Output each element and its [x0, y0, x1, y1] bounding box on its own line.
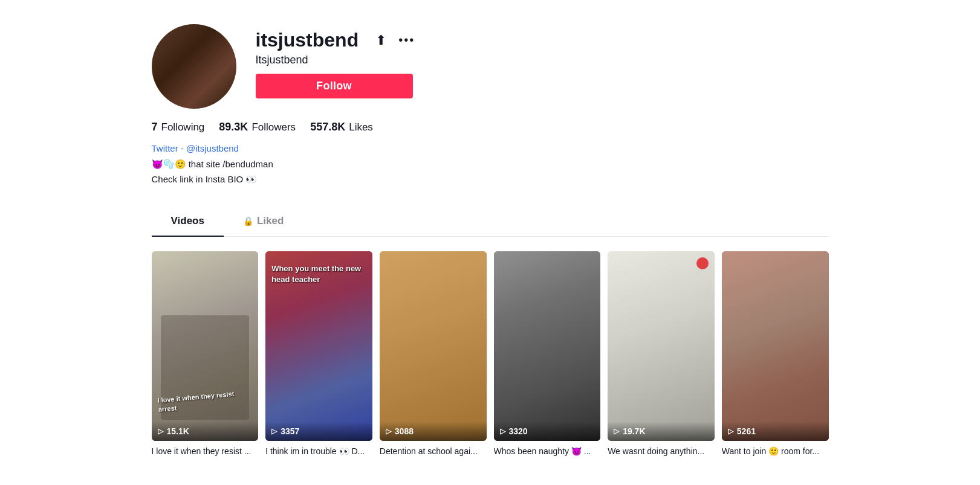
video-play-overlay-1: ▷ 15.1K — [152, 422, 259, 441]
play-icon-3: ▷ — [386, 427, 391, 435]
stats-row: 7 Following 89.3K Followers 557.8K Likes — [152, 121, 829, 133]
video-title-4: Whos been naughty 😈 ... — [494, 446, 601, 458]
video-card-4[interactable]: ▷ 3320 Whos been naughty 😈 ... — [494, 251, 601, 458]
video-play-overlay-4: ▷ 3320 — [494, 422, 601, 441]
share-icon: ⬆ — [375, 33, 386, 48]
play-icon-1: ▷ — [158, 427, 163, 435]
tab-liked-label: Liked — [257, 215, 284, 227]
video-play-count-3: 3088 — [395, 426, 414, 436]
video-card-3[interactable]: ▷ 3088 Detention at school agai... — [380, 251, 487, 458]
play-icon-4: ▷ — [500, 427, 505, 435]
video-title-5: We wasnt doing anythin... — [608, 446, 715, 458]
lock-icon: 🔒 — [243, 216, 253, 226]
profile-container: itsjustbend ⬆ ••• Itsjustbend Follow 7 F… — [128, 0, 853, 469]
followers-label: Followers — [251, 121, 296, 133]
bio-line-1: Twitter - @itsjustbend — [152, 141, 829, 156]
avatar — [152, 24, 236, 109]
profile-header: itsjustbend ⬆ ••• Itsjustbend Follow — [152, 24, 829, 109]
video-card-5[interactable]: ▷ 19.7K We wasnt doing anythin... — [608, 251, 715, 458]
tab-videos-label: Videos — [171, 215, 204, 227]
play-icon-2: ▷ — [271, 427, 277, 435]
video-card-2[interactable]: When you meet the newhead teacher ▷ 3357… — [265, 251, 372, 458]
video-title-6: Want to join 🙂 room for... — [722, 446, 829, 458]
play-icon-6: ▷ — [728, 427, 733, 435]
username: itsjustbend — [256, 29, 359, 51]
video-play-overlay-2: ▷ 3357 — [265, 422, 372, 441]
video-thumb-6: ▷ 5261 — [722, 251, 829, 441]
videos-grid: I love it when they resistarrest ▷ 15.1K… — [152, 237, 829, 470]
likes-stat: 557.8K Likes — [310, 121, 373, 133]
twitter-link[interactable]: Twitter - @itsjustbend — [152, 143, 239, 153]
video-card-6[interactable]: ▷ 5261 Want to join 🙂 room for... — [722, 251, 829, 458]
follow-button[interactable]: Follow — [256, 74, 413, 98]
video-play-count-1: 15.1K — [167, 426, 189, 436]
bio-line-3: Check link in Insta BIO 👀 — [152, 172, 829, 187]
followers-count: 89.3K — [219, 121, 248, 133]
following-stat[interactable]: 7 Following — [152, 121, 205, 133]
video-overlay-text-2: When you meet the newhead teacher — [271, 263, 366, 285]
play-icon-5: ▷ — [614, 427, 619, 435]
profile-info: itsjustbend ⬆ ••• Itsjustbend Follow — [256, 24, 829, 98]
tab-videos[interactable]: Videos — [152, 207, 224, 237]
video-title-1: I love it when they resist ... — [152, 446, 259, 458]
video-card-1[interactable]: I love it when they resistarrest ▷ 15.1K… — [152, 251, 259, 458]
likes-label: Likes — [349, 121, 373, 133]
video-play-count-2: 3357 — [281, 426, 299, 436]
video-play-count-4: 3320 — [509, 426, 528, 436]
video-play-overlay-3: ▷ 3088 — [380, 422, 487, 441]
tabs-row: Videos 🔒 Liked — [152, 207, 829, 237]
followers-stat[interactable]: 89.3K Followers — [219, 121, 296, 133]
following-label: Following — [161, 121, 205, 133]
video-thumb-5: ▷ 19.7K — [608, 251, 715, 441]
video-thumb-1: I love it when they resistarrest ▷ 15.1K — [152, 251, 259, 441]
more-options-button[interactable]: ••• — [396, 31, 417, 50]
video-thumb-3: ▷ 3088 — [380, 251, 487, 441]
video-title-2: I think im in trouble 👀 D... — [265, 446, 372, 458]
avatar-image — [152, 24, 236, 109]
video-play-count-6: 5261 — [737, 426, 756, 436]
username-row: itsjustbend ⬆ ••• — [256, 29, 829, 51]
video-thumb-2: When you meet the newhead teacher ▷ 3357 — [265, 251, 372, 441]
video-thumb-4: ▷ 3320 — [494, 251, 601, 441]
bio-line-2: 😈🫧🙂 that site /bendudman — [152, 156, 829, 172]
video-title-3: Detention at school agai... — [380, 446, 487, 458]
action-icons: ⬆ ••• — [373, 30, 417, 51]
video-play-overlay-5: ▷ 19.7K — [608, 422, 715, 441]
tab-liked[interactable]: 🔒 Liked — [224, 207, 303, 237]
video-play-overlay-6: ▷ 5261 — [722, 422, 829, 441]
user-handle: Itsjustbend — [256, 54, 829, 66]
bio-section: Twitter - @itsjustbend 😈🫧🙂 that site /be… — [152, 141, 829, 187]
more-icon: ••• — [398, 33, 415, 47]
likes-count: 557.8K — [310, 121, 345, 133]
following-count: 7 — [152, 121, 158, 133]
avatar-wrapper — [152, 24, 236, 109]
share-button[interactable]: ⬆ — [373, 30, 389, 51]
video-play-count-5: 19.7K — [623, 426, 645, 436]
